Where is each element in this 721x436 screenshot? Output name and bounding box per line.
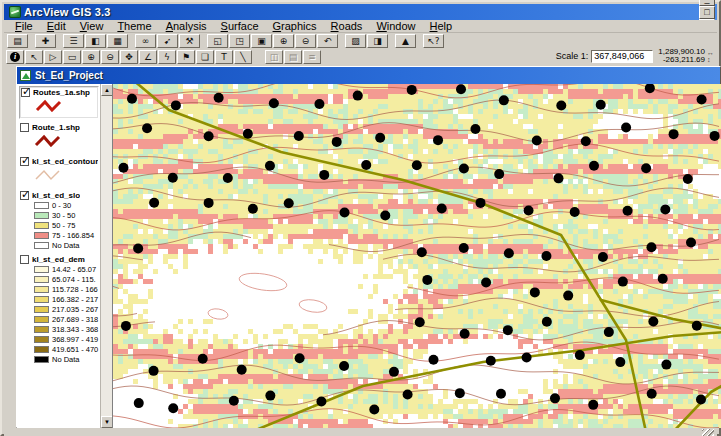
legend-theme-routes-1a-shp[interactable]: Routes_1a.shp: [19, 86, 99, 119]
pointer-button[interactable]: ↖: [25, 50, 43, 64]
title-bar: ArcView GIS 3.3 _□✕: [4, 4, 717, 20]
theme-checkbox[interactable]: [21, 88, 30, 97]
pointer-icon: ↖: [30, 53, 38, 62]
draw-line-button[interactable]: ╲: [234, 50, 252, 64]
help-button[interactable]: ↖?: [423, 34, 444, 48]
save-icon: ▤: [13, 37, 22, 46]
edit-tool-2-button[interactable]: ▤: [284, 50, 302, 64]
vertex-edit-button[interactable]: ▷: [44, 50, 62, 64]
hotlink-button[interactable]: ϟ: [158, 50, 176, 64]
map-area: [113, 84, 720, 428]
theme-name: Routes_1a.shp: [33, 88, 90, 97]
theme-checkbox[interactable]: [20, 191, 29, 200]
theme-properties-button[interactable]: ☰: [63, 34, 84, 48]
menu-window[interactable]: Window: [369, 20, 422, 32]
theme-checkbox[interactable]: [20, 157, 29, 166]
zoom-in-tool-button[interactable]: ⊕: [82, 50, 100, 64]
menu-bar: FileEditViewThemeAnalysisSurfaceGraphics…: [4, 20, 717, 33]
maximize-button[interactable]: □: [699, 6, 715, 19]
class-label: No Data: [52, 241, 80, 250]
class-label: 0 - 30: [52, 201, 71, 210]
legend-class-row: 318.343 - 368: [34, 325, 98, 334]
query-builder-button[interactable]: ⚒: [179, 34, 200, 48]
add-theme-button[interactable]: ✚: [35, 34, 56, 48]
theme-checkbox[interactable]: [20, 123, 29, 132]
coordinate-readout: 1,289,900.10 -263,211.69: [658, 48, 705, 64]
view-window: St_Ed_Project Routes_1a.shpRoute_1.shpkl…: [16, 66, 721, 428]
add-theme-icon: ✚: [42, 37, 50, 46]
menu-view[interactable]: View: [73, 20, 111, 32]
menu-analysis[interactable]: Analysis: [159, 20, 214, 32]
legend-theme-kl-st-ed-dem[interactable]: kl_st_ed_dem14.42 - 65.0765.074 - 115.11…: [19, 254, 99, 365]
scale-input[interactable]: [591, 50, 653, 63]
legend-class-row: 50 - 75: [34, 221, 98, 230]
class-swatch: [34, 336, 49, 343]
legend-class-row: 65.074 - 115.: [34, 275, 98, 284]
legend-theme-kl-st-ed-contour-s[interactable]: kl_st_ed_contour.s: [19, 156, 99, 187]
theme-checkbox[interactable]: [20, 255, 29, 264]
scale-label: Scale 1:: [556, 51, 589, 61]
menu-theme[interactable]: Theme: [110, 20, 158, 32]
menu-help[interactable]: Help: [423, 20, 460, 32]
menu-roads[interactable]: Roads: [324, 20, 370, 32]
pan-button[interactable]: ✥: [120, 50, 138, 64]
legend-scrollbar[interactable]: ▲ ▼: [100, 84, 112, 428]
view-title-bar[interactable]: St_Ed_Project: [17, 67, 720, 84]
menu-graphics[interactable]: Graphics: [266, 20, 324, 32]
layout-icon: ◨: [373, 37, 382, 46]
legend-class-row: 0 - 30: [34, 201, 98, 210]
legend-theme-kl-st-ed-slo[interactable]: kl_st_ed_slo0 - 3030 - 5050 - 7575 - 166…: [19, 190, 99, 251]
zigzag-line-symbol: [35, 98, 97, 116]
zoom-full-extent-button[interactable]: ◱: [207, 34, 228, 48]
scroll-down-icon[interactable]: ▼: [101, 416, 113, 428]
identify-button[interactable]: i: [6, 50, 24, 64]
class-swatch: [34, 346, 49, 353]
draw-line-icon: ╲: [240, 53, 245, 62]
theme-name: kl_st_ed_dem: [32, 255, 85, 264]
theme-name: kl_st_ed_slo: [32, 191, 80, 200]
coordinate-handle-icons: ↔↕: [707, 49, 714, 63]
zoom-in-icon: ⊕: [280, 37, 288, 46]
map-canvas[interactable]: [113, 84, 721, 428]
zoom-previous-button[interactable]: ↶: [317, 34, 338, 48]
histogram-button[interactable]: ▲: [395, 34, 416, 48]
zoom-out-tool-button[interactable]: ⊖: [101, 50, 119, 64]
text-button[interactable]: T: [215, 50, 233, 64]
legend-theme-route-1-shp[interactable]: Route_1.shp: [19, 122, 99, 153]
legend-class-row: 30 - 50: [34, 211, 98, 220]
select-box-button[interactable]: ▭: [63, 50, 81, 64]
label-icon: ❏: [201, 53, 209, 62]
open-theme-table-button[interactable]: ▦: [107, 34, 128, 48]
menu-file[interactable]: File: [8, 20, 40, 32]
select-by-theme-button[interactable]: ➹: [157, 34, 178, 48]
save-project-button[interactable]: ▤: [7, 34, 28, 48]
scroll-up-icon[interactable]: ▲: [101, 84, 113, 96]
lightning-icon: ϟ: [164, 53, 170, 62]
class-swatch: [34, 356, 49, 363]
zoom-active-theme-button[interactable]: ◳: [229, 34, 250, 48]
class-label: 30 - 50: [52, 211, 75, 220]
theme-name: kl_st_ed_contour.s: [32, 157, 98, 166]
bottom-strip: [4, 428, 717, 436]
menu-edit[interactable]: Edit: [40, 20, 73, 32]
zoom-selected-button[interactable]: ▣: [251, 34, 272, 48]
zoom-in-step-button[interactable]: ⊕: [273, 34, 294, 48]
menu-surface[interactable]: Surface: [214, 20, 266, 32]
window-title: ArcView GIS 3.3: [24, 6, 697, 18]
measure-icon: ∠: [144, 53, 152, 62]
edit-tool-3-button[interactable]: ≡: [303, 50, 321, 64]
select-none-button[interactable]: ▨: [345, 34, 366, 48]
table-icon: ▦: [113, 37, 122, 46]
area-of-interest-button[interactable]: ⚑: [177, 50, 195, 64]
edit-tool-1-button[interactable]: ◫: [265, 50, 283, 64]
find-button[interactable]: ∞: [135, 34, 156, 48]
layout-button[interactable]: ◨: [367, 34, 388, 48]
label-button[interactable]: ❏: [196, 50, 214, 64]
measure-button[interactable]: ∠: [139, 50, 157, 64]
edit-legend-button[interactable]: ◧: [85, 34, 106, 48]
zoom-active-icon: ◳: [235, 37, 244, 46]
zoom-out-step-button[interactable]: ⊖: [295, 34, 316, 48]
class-swatch: [34, 296, 49, 303]
view-window-icon: [20, 70, 31, 81]
resize-grip-icon[interactable]: [702, 429, 714, 436]
